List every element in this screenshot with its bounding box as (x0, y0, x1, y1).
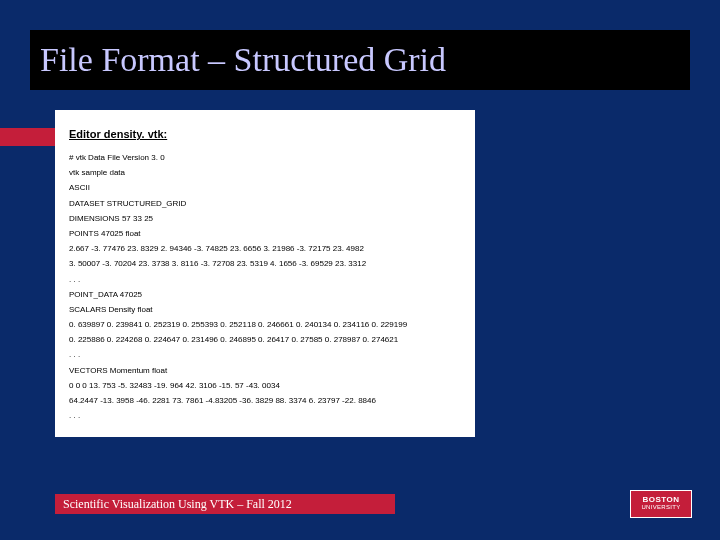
bu-logo: BOSTON UNIVERSITY (630, 490, 692, 518)
file-line: . . . (69, 272, 461, 287)
slide-title: File Format – Structured Grid (40, 41, 446, 79)
accent-bar (0, 128, 55, 146)
file-line: # vtk Data File Version 3. 0 (69, 150, 461, 165)
file-line: 3. 50007 -3. 70204 23. 3738 3. 8116 -3. … (69, 256, 461, 271)
file-line: SCALARS Density float (69, 302, 461, 317)
file-line: 2.667 -3. 77476 23. 8329 2. 94346 -3. 74… (69, 241, 461, 256)
logo-line1: BOSTON (642, 496, 679, 504)
file-line: POINTS 47025 float (69, 226, 461, 241)
file-line: 0. 225886 0. 224268 0. 224647 0. 231496 … (69, 332, 461, 347)
file-content-box: Editor density. vtk: # vtk Data File Ver… (55, 110, 475, 437)
title-bar: File Format – Structured Grid (30, 30, 690, 90)
file-line: 0. 639897 0. 239841 0. 252319 0. 255393 … (69, 317, 461, 332)
file-line: VECTORS Momentum float (69, 363, 461, 378)
file-line: POINT_DATA 47025 (69, 287, 461, 302)
footer-bar: Scientific Visualization Using VTK – Fal… (55, 494, 395, 514)
logo-line2: UNIVERSITY (641, 504, 680, 511)
file-line: DATASET STRUCTURED_GRID (69, 196, 461, 211)
footer-text: Scientific Visualization Using VTK – Fal… (63, 497, 292, 512)
file-line: 0 0 0 13. 753 -5. 32483 -19. 964 42. 310… (69, 378, 461, 393)
file-line: . . . (69, 347, 461, 362)
file-line: . . . (69, 408, 461, 423)
file-line: vtk sample data (69, 165, 461, 180)
file-line: 64.2447 -13. 3958 -46. 2281 73. 7861 -4.… (69, 393, 461, 408)
file-lines: # vtk Data File Version 3. 0vtk sample d… (69, 150, 461, 423)
file-line: ASCII (69, 180, 461, 195)
file-line: DIMENSIONS 57 33 25 (69, 211, 461, 226)
file-heading: Editor density. vtk: (69, 128, 461, 140)
